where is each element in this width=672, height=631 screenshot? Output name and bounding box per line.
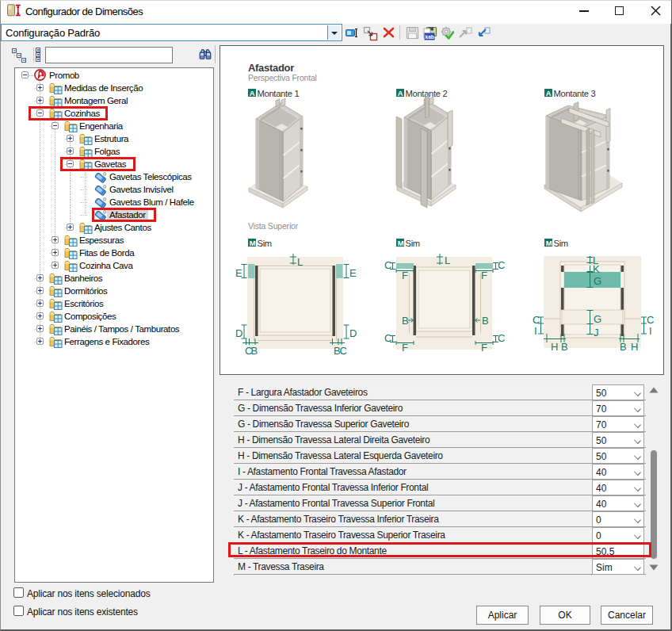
svg-text:F: F bbox=[402, 270, 408, 281]
svg-text:Sim: Sim bbox=[406, 239, 420, 248]
svg-text:C: C bbox=[533, 314, 540, 326]
svg-text:C: C bbox=[498, 259, 505, 271]
svg-text:K: K bbox=[593, 263, 600, 275]
svg-text:C: C bbox=[647, 314, 654, 326]
svg-text:Afastador: Afastador bbox=[248, 62, 294, 74]
svg-text:C: C bbox=[340, 345, 347, 357]
svg-text:M: M bbox=[546, 239, 552, 247]
svg-text:H: H bbox=[551, 341, 558, 353]
svg-text:H: H bbox=[631, 341, 638, 353]
svg-text:D: D bbox=[349, 327, 357, 339]
svg-text:M: M bbox=[250, 239, 256, 247]
svg-text:Vista Superior: Vista Superior bbox=[248, 221, 299, 231]
svg-text:F: F bbox=[481, 270, 487, 281]
svg-text:Montante 3: Montante 3 bbox=[554, 89, 596, 98]
svg-text:B: B bbox=[251, 345, 258, 357]
svg-text:Sim: Sim bbox=[554, 239, 568, 248]
svg-text:kab: kab bbox=[426, 34, 434, 40]
svg-text:B: B bbox=[620, 341, 627, 353]
svg-text:B: B bbox=[561, 341, 568, 353]
svg-text:C: C bbox=[498, 332, 505, 344]
svg-text:L: L bbox=[297, 256, 303, 268]
svg-text:I: I bbox=[649, 325, 652, 337]
svg-text:E: E bbox=[235, 267, 242, 279]
svg-text:F: F bbox=[402, 342, 408, 354]
svg-text:G: G bbox=[594, 275, 601, 287]
svg-text:F: F bbox=[481, 342, 487, 354]
svg-text:L: L bbox=[445, 254, 450, 266]
svg-text:A: A bbox=[398, 89, 403, 98]
svg-text:Sim: Sim bbox=[258, 239, 272, 248]
svg-text:D: D bbox=[235, 327, 242, 339]
svg-text:B: B bbox=[402, 315, 409, 327]
svg-text:G: G bbox=[594, 313, 601, 325]
svg-text:M: M bbox=[398, 239, 404, 247]
svg-text:A: A bbox=[250, 89, 255, 98]
svg-text:B: B bbox=[482, 315, 489, 327]
svg-text:I: I bbox=[534, 325, 537, 337]
svg-text:J: J bbox=[594, 327, 599, 338]
svg-text:A: A bbox=[546, 89, 552, 98]
svg-text:E: E bbox=[349, 267, 357, 279]
svg-text:Perspectiva Frontal: Perspectiva Frontal bbox=[248, 73, 317, 82]
svg-text:Montante 1: Montante 1 bbox=[258, 89, 300, 98]
